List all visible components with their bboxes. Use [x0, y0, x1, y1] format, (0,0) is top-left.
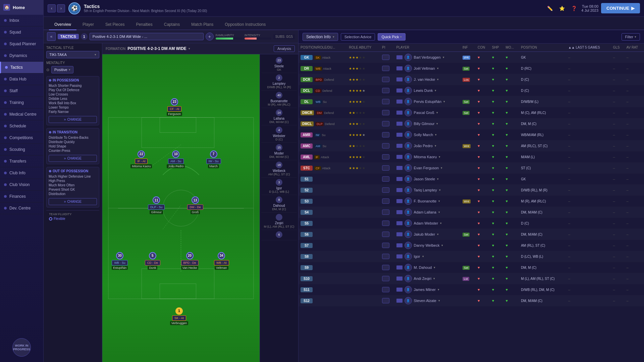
sidebar-item-dynamics[interactable]: Dynamics: [0, 50, 43, 62]
player-dropdown-icon[interactable]: ▾: [434, 266, 435, 269]
selection-info-dropdown[interactable]: Selection Info ▾: [303, 33, 338, 41]
table-row[interactable]: DMCL DLP Defend ★★★★★ 👤 Billy Gilmour ▾ …: [299, 118, 644, 129]
continue-button[interactable]: CONTINUE ▶: [601, 3, 640, 13]
sidebar-item-finances[interactable]: Finances: [0, 191, 43, 202]
player-dropdown-icon[interactable]: ▾: [440, 222, 442, 225]
player-dropdown-icon[interactable]: ▾: [433, 277, 435, 280]
pi-badge[interactable]: [382, 298, 389, 303]
player-dropdown-icon[interactable]: ▾: [437, 78, 439, 81]
sidebar-item-inbox[interactable]: Inbox: [0, 15, 43, 26]
sidebar-item-training[interactable]: Training: [0, 97, 43, 109]
tab-penalties[interactable]: Penalties: [130, 19, 158, 30]
player-dropdown-icon[interactable]: ▾: [435, 133, 437, 136]
sidebar-item-medical-centre[interactable]: Medical Centre: [0, 109, 43, 120]
pi-badge[interactable]: [382, 209, 389, 215]
table-row[interactable]: S3 👤 F. Buonanotte ▾ Wnt ♥ ♥ ♥ M (R), AM…: [299, 196, 644, 207]
change-possession-button[interactable]: » CHANGE: [49, 116, 97, 123]
sub-item[interactable]: 4 Webster D (C): [261, 125, 297, 143]
back-button[interactable]: ‹: [48, 4, 56, 12]
pi-badge[interactable]: [382, 154, 389, 160]
pi-badge[interactable]: [382, 187, 389, 193]
tactics-name[interactable]: Positive 4-2-3-1 DM AM Wide - ...: [90, 33, 204, 40]
pi-badge[interactable]: [382, 165, 389, 171]
pi-badge[interactable]: [382, 88, 389, 93]
star-icon-button[interactable]: ⭐: [557, 4, 567, 13]
table-row[interactable]: AML IF Attack ★★★★★ 👤 Mitoma Kaoru ▾ ♥ ♥…: [299, 152, 644, 163]
player-node-cd[interactable]: 5 CD - De Dunk: [145, 252, 161, 270]
player-node-dlp[interactable]: 11 DLP - Su Gilmour: [148, 196, 165, 214]
sidebar-item-schedule[interactable]: Schedule: [0, 120, 43, 132]
pi-badge[interactable]: [382, 66, 389, 71]
sidebar-item-dev-centre[interactable]: Dev. Centre: [0, 202, 43, 214]
player-dropdown-icon[interactable]: ▾: [436, 111, 438, 114]
sidebar-home-item[interactable]: 🏠 Home: [0, 0, 43, 15]
selection-advice-button[interactable]: Selection Advice: [341, 33, 375, 41]
sub-item[interactable]: 23 Steele GK: [261, 56, 297, 73]
table-row[interactable]: S2 👤 Tariq Lamptey ▾ ♥ ♥ ♥ D/WB (RL), M …: [299, 185, 644, 196]
forward-button[interactable]: ›: [57, 4, 65, 12]
table-row[interactable]: AMC AM Su ★★★★★ 👤 João Pedro ▾ Wnt ♥ ♥ ♥…: [299, 140, 644, 152]
player-dropdown-icon[interactable]: ▾: [422, 255, 424, 258]
tactical-style-dropdown[interactable]: TIKI-TAKA ▾: [46, 51, 99, 58]
table-row[interactable]: S7 👤 Danny Welbeck ▾ ♥ ♥ ♥ AM (RL), ST (…: [299, 240, 644, 251]
sub-item[interactable]: 40 Buonanotte M (R), AM (RLC): [261, 90, 297, 108]
table-row[interactable]: S9 👤 M. Dahoud ▾ Set ♥ ♥ ♥ DM, M (C) – –…: [299, 262, 644, 273]
player-dropdown-icon[interactable]: ▾: [438, 299, 440, 302]
pi-badge[interactable]: [382, 99, 389, 104]
filter-button[interactable]: Filter ▾: [622, 33, 640, 41]
sidebar-item-scouting[interactable]: Scouting: [0, 144, 43, 156]
tab-opposition-instructions[interactable]: Opposition Instructions: [219, 19, 271, 30]
pi-badge[interactable]: [382, 243, 389, 248]
player-dropdown-icon[interactable]: ▾: [437, 67, 439, 70]
player-dropdown-icon[interactable]: ▾: [438, 199, 440, 203]
player-dropdown-icon[interactable]: ▾: [437, 233, 439, 236]
sub-item[interactable]: Zeqiri M (L), AM (RL), ST (C): [261, 213, 297, 230]
table-row[interactable]: S1 👤 Jason Steele ▾ ♥ ♥ ♥ GK – – –: [299, 174, 644, 185]
player-dropdown-icon[interactable]: ▾: [438, 210, 440, 214]
player-dropdown-icon[interactable]: ▾: [439, 155, 440, 159]
change-transition-button[interactable]: » CHANGE: [49, 155, 97, 162]
sidebar-item-transfers[interactable]: Transfers: [0, 156, 43, 167]
table-row[interactable]: DL WB Su ★★★★★ 👤 Pervis Estupiñán ▾ Set …: [299, 96, 644, 107]
player-dropdown-icon[interactable]: ▾: [443, 100, 445, 103]
sidebar-item-squad-planner[interactable]: Squad Planner: [0, 38, 43, 50]
player-dropdown-icon[interactable]: ▾: [437, 177, 439, 181]
sub-item[interactable]: 3 Igor D (LC), WB (L): [261, 178, 297, 195]
tab-set-pieces[interactable]: Set Pieces: [100, 19, 130, 30]
player-node-am[interactable]: 10 AM - Su João Pedro: [167, 150, 185, 168]
pi-badge[interactable]: [382, 265, 389, 270]
table-row[interactable]: S10 👤 Andi Zeqiri ▾ Lst ♥ ♥ ♥ M (L), AM …: [299, 273, 644, 284]
table-row[interactable]: GK SK Attack ★★★★★ 👤 Bart Verbruggen ▾ I…: [299, 52, 644, 63]
tab-overview[interactable]: Overview: [49, 19, 76, 30]
collapse-button[interactable]: «: [47, 32, 56, 41]
pi-badge[interactable]: [382, 232, 389, 237]
player-dropdown-icon[interactable]: ▾: [441, 244, 443, 247]
pi-badge[interactable]: [382, 132, 389, 137]
player-node-wbl[interactable]: 30 WB - Su Estupiñán: [112, 252, 128, 270]
pi-badge[interactable]: [382, 77, 389, 82]
sub-item[interactable]: 2 Lamptey D/WB (RL), M (R): [261, 73, 297, 90]
sidebar-item-squad[interactable]: Squad: [0, 26, 43, 38]
player-node-iw[interactable]: 7 IW - Su March: [206, 150, 221, 168]
sidebar-item-club-vision[interactable]: Club Vision: [0, 179, 43, 191]
pi-badge[interactable]: [382, 198, 389, 204]
quick-pick-button[interactable]: Quick Pick ▾: [378, 33, 406, 41]
pi-badge[interactable]: [382, 121, 389, 126]
sidebar-item-staff[interactable]: Staff: [0, 85, 43, 97]
sub-item[interactable]: 18 Welbeck AM (RL), ST (C): [261, 160, 297, 178]
table-row[interactable]: S12 👤 Steven Alzate ▾ ♥ ♥ ♥ DM, M/AM (C)…: [299, 295, 644, 306]
table-row[interactable]: AMR IW Su ★★★★★ 👤 Solly March ▾ ♥ ♥ ♥ WB…: [299, 129, 644, 140]
table-row[interactable]: STC CF Attack ★★★★★ 👤 Evan Ferguson ▾ ♥ …: [299, 163, 644, 174]
change-oop-button[interactable]: » CHANGE: [49, 198, 97, 205]
pi-badge[interactable]: [382, 276, 389, 281]
tab-match-plans[interactable]: Match Plans: [186, 19, 219, 30]
player-dropdown-icon[interactable]: ▾: [435, 89, 436, 92]
mentality-dropdown[interactable]: Positive ▾: [51, 66, 73, 73]
pi-badge[interactable]: [382, 55, 389, 60]
add-tactic-button[interactable]: +: [206, 33, 214, 41]
sub-item[interactable]: 15 Moder DM, M/AM (C): [261, 143, 297, 160]
player-node-cf[interactable]: 23 CF - At Ferguson: [167, 98, 182, 116]
pi-badge[interactable]: [382, 287, 389, 292]
edit-icon-button[interactable]: ✏️: [545, 4, 554, 13]
player-node-dm[interactable]: 13 DM - De Groß: [187, 196, 203, 214]
